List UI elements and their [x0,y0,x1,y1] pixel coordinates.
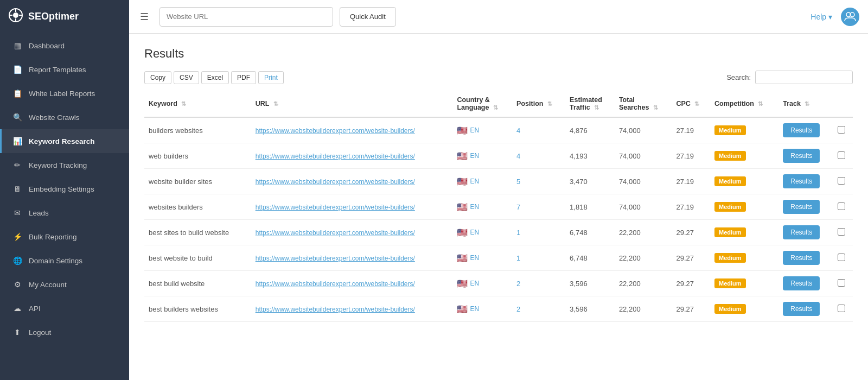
sidebar-label-keyword-research: Keyword Research [29,137,95,145]
cell-country-4: 🇺🇸EN [452,220,512,245]
table-row: best sites to build websitehttps://www.w… [144,220,853,245]
main-layout: ▦ Dashboard📄 Report Templates📋 White Lab… [0,34,868,380]
cell-url-6: https://www.websitebuilderexpert.com/web… [251,271,453,296]
track-checkbox-0[interactable] [838,126,845,134]
table-row: best build websitehttps://www.websitebui… [144,271,853,296]
leads-icon: ✉ [12,208,22,217]
cell-url-7: https://www.websitebuilderexpert.com/web… [251,296,453,322]
cell-track-5 [833,245,853,271]
cell-results-2: Results [778,169,833,194]
cell-traffic-0: 4,876 [565,117,615,143]
results-button-5[interactable]: Results [783,251,820,265]
results-table: Keyword ⇅URL ⇅Country &Language ⇅Positio… [144,91,853,322]
sidebar-item-domain-settings[interactable]: 🌐 Domain Settings [0,249,129,273]
cell-keyword-6: best build website [144,271,251,296]
export-buttons: CopyCSVExcelPDFPrint [144,71,284,84]
table-row: website builder siteshttps://www.website… [144,169,853,194]
url-input[interactable] [159,7,333,27]
table-row: builders websiteshttps://www.websitebuil… [144,117,853,143]
track-checkbox-6[interactable] [838,279,845,287]
results-button-2[interactable]: Results [783,174,820,188]
api-icon: ☁ [12,304,22,313]
cell-country-5: 🇺🇸EN [452,245,512,271]
track-checkbox-1[interactable] [838,151,845,159]
col-header-url: URL ⇅ [251,91,453,117]
cell-country-1: 🇺🇸EN [452,143,512,169]
cell-traffic-4: 6,748 [565,220,615,245]
results-button-6[interactable]: Results [783,276,820,290]
track-checkbox-5[interactable] [838,254,845,261]
sidebar-item-report-templates[interactable]: 📄 Report Templates [0,58,129,81]
cell-traffic-2: 3,470 [565,169,615,194]
user-avatar[interactable] [841,8,859,26]
sidebar-item-my-account[interactable]: ⚙ My Account [0,273,129,296]
help-button[interactable]: Help ▾ [810,12,832,21]
export-copy-button[interactable]: Copy [144,71,171,84]
cell-searches-7: 22,200 [615,296,672,322]
col-header-total_searches: TotalSearches ⇅ [615,91,672,117]
sidebar-item-keyword-research[interactable]: 📊 Keyword Research [0,129,129,153]
cell-cpc-2: 27.19 [672,169,710,194]
logo-icon [9,8,23,26]
cell-cpc-6: 29.27 [672,271,710,296]
cell-cpc-5: 29.27 [672,245,710,271]
sidebar-item-white-label-reports[interactable]: 📋 White Label Reports [0,81,129,105]
export-row: CopyCSVExcelPDFPrint Search: [144,71,853,84]
dashboard-icon: ▦ [12,41,22,50]
search-input[interactable] [755,71,853,84]
hamburger-button[interactable]: ☰ [136,9,153,25]
sidebar-item-embedding-settings[interactable]: 🖥 Embedding Settings [0,177,129,201]
sidebar-item-logout[interactable]: ⬆ Logout [0,320,129,344]
cell-searches-6: 22,200 [615,271,672,296]
col-header-country_language: Country &Language ⇅ [452,91,512,117]
cell-url-1: https://www.websitebuilderexpert.com/web… [251,143,453,169]
sidebar-item-dashboard[interactable]: ▦ Dashboard [0,34,129,58]
results-button-1[interactable]: Results [783,149,820,163]
cell-results-0: Results [778,117,833,143]
table-row: web buildershttps://www.websitebuilderex… [144,143,853,169]
quick-audit-button[interactable]: Quick Audit [340,7,396,27]
export-pdf-button[interactable]: PDF [231,71,256,84]
cell-keyword-4: best sites to build website [144,220,251,245]
results-button-7[interactable]: Results [783,302,820,316]
topbar: SEOptimer ☰ Quick Audit Help ▾ [0,0,868,34]
cell-searches-4: 22,200 [615,220,672,245]
results-button-3[interactable]: Results [783,200,820,214]
track-checkbox-2[interactable] [838,177,845,185]
results-button-4[interactable]: Results [783,225,820,239]
track-checkbox-3[interactable] [838,202,845,210]
logout-icon: ⬆ [12,328,22,337]
cell-position-4: 1 [512,220,565,245]
cell-competition-6: Medium [710,271,778,296]
cell-position-6: 2 [512,271,565,296]
sidebar-item-keyword-tracking[interactable]: ✏ Keyword Tracking [0,153,129,177]
svg-point-1 [13,12,18,18]
sidebar-label-white-label-reports: White Label Reports [29,90,95,98]
bulk-reporting-icon: ⚡ [12,232,22,241]
export-csv-button[interactable]: CSV [174,71,199,84]
logo: SEOptimer [0,0,129,34]
cell-results-1: Results [778,143,833,169]
logo-text: SEOptimer [28,11,79,22]
cell-cpc-0: 27.19 [672,117,710,143]
sidebar-label-leads: Leads [29,209,49,217]
export-excel-button[interactable]: Excel [201,71,229,84]
export-print-button[interactable]: Print [258,71,284,84]
cell-track-4 [833,220,853,245]
sidebar-item-api[interactable]: ☁ API [0,296,129,320]
sidebar-item-bulk-reporting[interactable]: ⚡ Bulk Reporting [0,225,129,249]
cell-results-4: Results [778,220,833,245]
sidebar-label-dashboard: Dashboard [29,42,65,50]
website-crawls-icon: 🔍 [12,113,22,122]
sidebar-item-leads[interactable]: ✉ Leads [0,201,129,225]
cell-competition-0: Medium [710,117,778,143]
cell-competition-3: Medium [710,194,778,220]
track-checkbox-4[interactable] [838,228,845,236]
table-body: builders websiteshttps://www.websitebuil… [144,117,853,322]
results-button-0[interactable]: Results [783,123,820,137]
col-header-position: Position ⇅ [512,91,565,117]
col-header-keyword: Keyword ⇅ [144,91,251,117]
track-checkbox-7[interactable] [838,305,845,312]
cell-keyword-5: best website to build [144,245,251,271]
sidebar-item-website-crawls[interactable]: 🔍 Website Crawls [0,105,129,129]
